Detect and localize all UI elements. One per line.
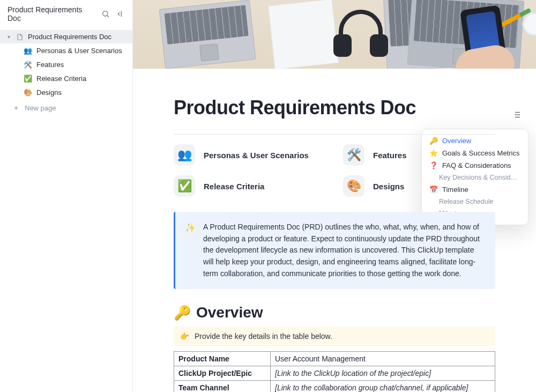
palette-icon: 🎨 [24, 88, 32, 97]
overview-key: Product Name [174, 352, 271, 366]
overview-value[interactable]: [Link to the collaboration group chat/ch… [271, 381, 495, 392]
sidebar-item-personas[interactable]: 👥 Personas & User Scenarios [23, 43, 132, 57]
subpage-link-label: Designs [373, 182, 404, 191]
table-row: Product Name User Account Management [174, 352, 495, 366]
tools-icon: 🛠️ [24, 60, 32, 69]
doc-title: Product Requirements Doc [174, 97, 495, 119]
sidebar-item-label: Release Criteria [36, 75, 86, 83]
key-icon: 🔑 [174, 305, 191, 321]
overview-value[interactable]: [Link to the ClickUp location of the pro… [271, 366, 495, 381]
people-icon: 👥 [24, 46, 32, 55]
intro-callout: ✨ A Product Requirements Doc (PRD) outli… [174, 212, 495, 289]
overview-key: Team Channel [174, 381, 271, 392]
section-heading-overview: 🔑 Overview [174, 304, 495, 321]
sidebar-item-label: Personas & User Scenarios [36, 47, 122, 55]
svg-point-0 [103, 11, 108, 16]
main: 🔑 Overview ⭐ Goals & Success Metrics ❓ F… [133, 0, 536, 392]
overview-table: Product Name User Account Management Cli… [174, 351, 495, 392]
overview-hint: 👉 Provide the key details in the table b… [174, 327, 495, 346]
table-row: ClickUp Project/Epic [Link to the ClickU… [174, 366, 495, 381]
subpage-link-personas[interactable]: 👥 Personas & User Scenarios [174, 144, 326, 166]
sidebar-children: 👥 Personas & User Scenarios 🛠️ Features … [0, 43, 132, 99]
sidebar-item-label: Features [36, 61, 64, 69]
section-heading-label: Overview [196, 304, 263, 321]
plus-icon: + [13, 103, 19, 112]
overview-value[interactable]: User Account Management [271, 352, 495, 366]
divider [174, 134, 495, 135]
page-icon [16, 33, 24, 41]
overview-hint-text: Provide the key details in the table bel… [195, 332, 332, 341]
sparkles-icon: ✨ [185, 221, 196, 279]
workspace-title: Product Requirements Doc [8, 5, 96, 23]
search-icon[interactable] [100, 9, 111, 19]
sidebar-item-root[interactable]: ▾ Product Requirements Doc [0, 30, 132, 43]
chevron-down-icon: ▾ [5, 34, 12, 40]
subpage-link-label: Features [373, 151, 407, 160]
collapse-sidebar-icon[interactable] [115, 9, 126, 19]
subpage-link-grid: 👥 Personas & User Scenarios 🛠️ Features … [174, 144, 495, 197]
sidebar-item-release-criteria[interactable]: ✅ Release Criteria [23, 71, 132, 85]
subpage-link-features[interactable]: 🛠️ Features [343, 144, 495, 166]
sidebar: Product Requirements Doc ▾ Product Requi… [0, 0, 133, 392]
point-right-icon: 👉 [180, 332, 189, 341]
subpage-link-release-criteria[interactable]: ✅ Release Criteria [174, 175, 326, 197]
subpage-link-designs[interactable]: 🎨 Designs [343, 175, 495, 197]
check-icon: ✅ [174, 175, 195, 197]
subpage-link-label: Personas & User Scenarios [204, 151, 309, 160]
people-icon: 👥 [174, 144, 195, 166]
svg-line-1 [107, 16, 109, 17]
table-row: Team Channel [Link to the collaboration … [174, 381, 495, 392]
sidebar-item-label: Designs [36, 88, 62, 97]
doc-cover-image [133, 0, 536, 69]
tools-icon: 🛠️ [343, 144, 364, 166]
sidebar-item-label: Product Requirements Doc [28, 33, 111, 41]
overview-key: ClickUp Project/Epic [174, 366, 271, 381]
intro-callout-text: A Product Requirements Doc (PRD) outline… [203, 221, 486, 279]
sidebar-header: Product Requirements Doc [0, 0, 132, 28]
sidebar-item-designs[interactable]: 🎨 Designs [23, 85, 132, 99]
doc-body: Product Requirements Doc 👥 Personas & Us… [163, 69, 506, 392]
toc-toggle-icon[interactable] [510, 108, 523, 121]
palette-icon: 🎨 [343, 175, 364, 197]
new-page-button[interactable]: + New page [0, 99, 132, 116]
subpage-link-label: Release Criteria [204, 182, 264, 191]
check-icon: ✅ [24, 74, 32, 83]
sidebar-item-features[interactable]: 🛠️ Features [23, 57, 132, 71]
sidebar-nav: ▾ Product Requirements Doc 👥 Personas & … [0, 28, 132, 119]
new-page-label: New page [25, 104, 56, 112]
